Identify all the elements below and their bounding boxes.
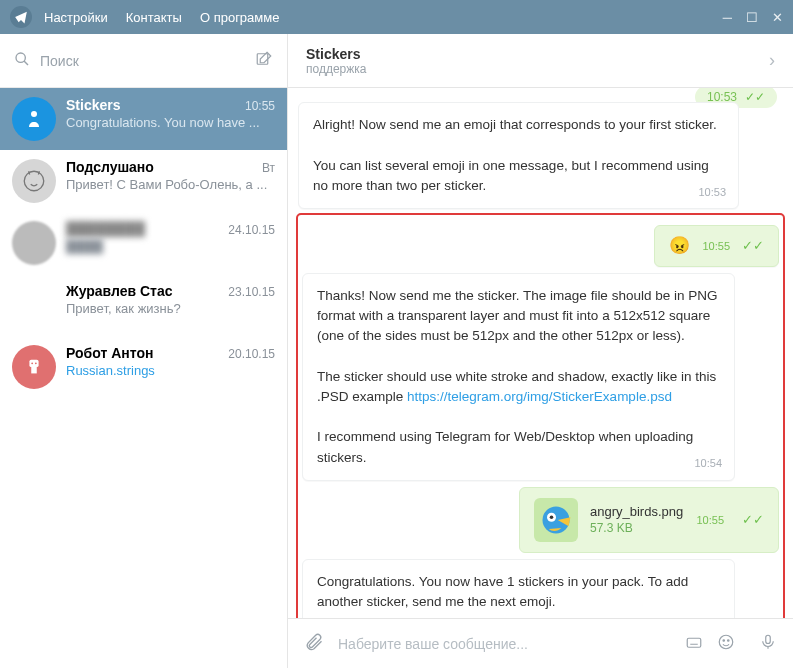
svg-point-3 (31, 111, 37, 117)
search-bar (0, 34, 287, 88)
app-logo (10, 6, 32, 28)
menu-about[interactable]: О программе (200, 10, 280, 25)
close-icon[interactable]: ✕ (772, 10, 783, 25)
svg-point-13 (719, 635, 733, 649)
message-in: Congratulations. You now have 1 stickers… (302, 559, 735, 618)
message-input[interactable] (338, 636, 671, 652)
chat-name: Журавлев Стас (66, 283, 173, 299)
chat-name: ████████ (66, 221, 145, 237)
message-area: 10:53 ✓✓ Alright! Now send me an emoji t… (288, 88, 793, 618)
chat-item[interactable]: ПодслушаноВт Привет! С Вами Робо-Олень, … (0, 150, 287, 212)
maximize-icon[interactable]: ☐ (746, 10, 758, 25)
conversation-panel: Stickers поддержка › 10:53 ✓✓ Alright! N… (288, 34, 793, 668)
conversation-subtitle: поддержка (306, 62, 769, 76)
highlight-box: 😠 10:55 ✓✓ Thanks! Now send me the stick… (298, 215, 783, 618)
mic-icon[interactable] (759, 633, 777, 655)
file-thumbnail (534, 498, 578, 542)
chat-time: 23.10.15 (228, 285, 275, 299)
svg-rect-8 (31, 367, 37, 373)
chat-time: 24.10.15 (228, 223, 275, 237)
menu-contacts[interactable]: Контакты (126, 10, 182, 25)
svg-point-14 (723, 639, 725, 641)
chat-item[interactable]: Журавлев Стас23.10.15 Привет, как жизнь? (0, 274, 287, 336)
attach-icon[interactable] (304, 632, 324, 656)
chat-preview: Congratulations. You now have ... (66, 115, 275, 130)
svg-rect-5 (29, 360, 38, 367)
svg-point-11 (550, 515, 554, 519)
search-input[interactable] (40, 53, 245, 69)
compose-icon[interactable] (255, 50, 273, 72)
avatar (12, 97, 56, 141)
chat-name: Stickers (66, 97, 120, 113)
message-text: You can list several emoji in one messag… (313, 156, 724, 197)
link[interactable]: https://telegram.org/img/StickerExample.… (407, 389, 672, 404)
svg-rect-16 (766, 635, 771, 643)
read-ticks-icon: ✓✓ (742, 236, 764, 256)
message-input-bar (288, 618, 793, 668)
chat-item-stickers[interactable]: Stickers10:55 Congratulations. You now h… (0, 88, 287, 150)
minimize-icon[interactable]: ─ (723, 10, 732, 25)
read-ticks-icon: ✓✓ (745, 90, 765, 104)
chat-time: 10:55 (245, 99, 275, 113)
msg-time: 10:55 (696, 514, 724, 526)
chat-item[interactable]: ████████24.10.15 ████ (0, 212, 287, 274)
chat-preview: Russian.strings (66, 363, 275, 378)
message-text: The sticker should use white stroke and … (317, 367, 720, 408)
chat-time: 20.10.15 (228, 347, 275, 361)
msg-time: 10:53 (698, 184, 726, 201)
message-text: I recommend using Telegram for Web/Deskt… (317, 427, 720, 468)
window-buttons: ─ ☐ ✕ (723, 10, 783, 25)
chat-name: Подслушано (66, 159, 154, 175)
svg-point-6 (31, 362, 33, 364)
avatar (12, 159, 56, 203)
message-text: Congratulations. You now have 1 stickers… (317, 572, 720, 613)
msg-time: 10:54 (694, 455, 722, 472)
chat-preview: Привет, как жизнь? (66, 301, 275, 316)
menu-bar: Настройки Контакты О программе (44, 10, 279, 25)
chat-preview: Привет! С Вами Робо-Олень, а ... (66, 177, 275, 192)
chevron-right-icon[interactable]: › (769, 50, 775, 71)
read-ticks-icon: ✓✓ (742, 512, 764, 527)
file-attachment[interactable]: angry_birds.png 57.3 KB 10:55 ✓✓ (519, 487, 779, 553)
svg-line-1 (24, 61, 28, 65)
avatar (12, 283, 56, 327)
keyboard-icon[interactable] (685, 633, 703, 655)
file-name: angry_birds.png (590, 504, 684, 519)
conversation-title: Stickers (306, 46, 769, 62)
avatar (12, 345, 56, 389)
svg-point-0 (16, 53, 25, 62)
svg-point-4 (24, 171, 44, 191)
chat-item[interactable]: Робот Антон20.10.15 Russian.strings (0, 336, 287, 398)
svg-point-7 (35, 362, 37, 364)
chat-time: Вт (262, 161, 275, 175)
file-size: 57.3 KB (590, 521, 684, 535)
svg-rect-12 (687, 638, 701, 647)
chat-preview: ████ (66, 239, 275, 254)
emoji-icon[interactable] (717, 633, 735, 655)
msg-time: 10:55 (702, 238, 730, 255)
message-in: Thanks! Now send me the sticker. The ima… (302, 273, 735, 481)
chat-name: Робот Антон (66, 345, 153, 361)
avatar (12, 221, 56, 265)
message-text: Thanks! Now send me the sticker. The ima… (317, 286, 720, 347)
search-icon (14, 51, 30, 71)
message-out: 😠 10:55 ✓✓ (654, 225, 779, 267)
emoji: 😠 (669, 233, 690, 259)
conversation-header[interactable]: Stickers поддержка › (288, 34, 793, 88)
message-text: Alright! Now send me an emoji that corre… (313, 115, 724, 135)
menu-settings[interactable]: Настройки (44, 10, 108, 25)
titlebar: Настройки Контакты О программе ─ ☐ ✕ (0, 0, 793, 34)
sidebar: Stickers10:55 Congratulations. You now h… (0, 34, 288, 668)
svg-point-15 (728, 639, 730, 641)
chat-list: Stickers10:55 Congratulations. You now h… (0, 88, 287, 668)
message-in: Alright! Now send me an emoji that corre… (298, 102, 739, 209)
